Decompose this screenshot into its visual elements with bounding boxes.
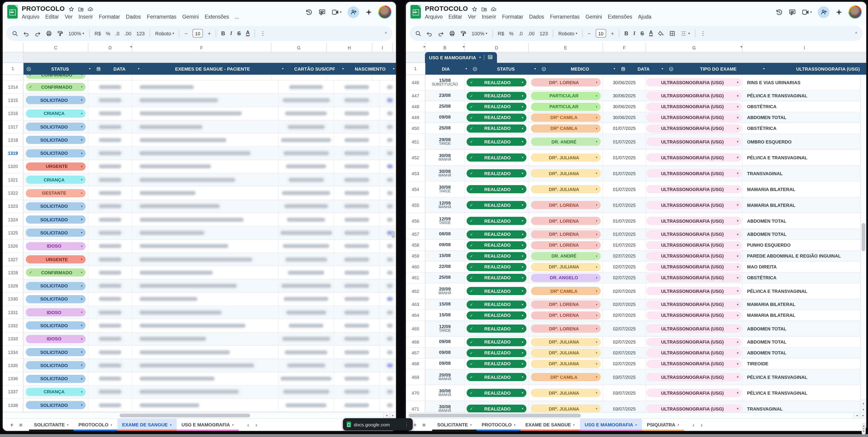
column-header-G[interactable]: G: [271, 43, 327, 52]
status-pill[interactable]: ✓REALIZADO▾: [467, 300, 526, 308]
table-row[interactable]: 1327⚠URGENTE▾: [3, 253, 396, 266]
nascimento-cell-blurred[interactable]: [334, 213, 380, 226]
status-cell[interactable]: ✓REALIZADO▾: [465, 213, 529, 229]
header-data[interactable]: DATA▾: [93, 63, 142, 75]
medico-pill[interactable]: DRª. JULIANA▾: [531, 154, 600, 162]
sheet-tab-usg[interactable]: USG E MAMOGRAFIA▾: [177, 419, 239, 431]
row-number[interactable]: 1316: [3, 107, 24, 120]
zoom-select[interactable]: 100% ▾: [472, 31, 487, 36]
row-number[interactable]: 454: [406, 181, 425, 197]
cartao-cell-blurred[interactable]: [279, 385, 334, 399]
status-cell[interactable]: SOLICITADO▾: [24, 279, 88, 292]
tipo-exame-pill[interactable]: ULTRASSONOGRAFIA (USG)▾: [647, 154, 742, 162]
table-row[interactable]: 1328✓CONFIRMADO▾: [3, 266, 396, 279]
dia-cell[interactable]: 29/08TARDE: [425, 134, 465, 149]
header-cartao[interactable]: CARTÃO SUS/CPF▾: [286, 63, 347, 75]
usg-cell[interactable]: MAO DIREITA: [743, 262, 866, 272]
tipo-cell[interactable]: ULTRASSONOGRAFIA (USG)▾: [646, 310, 743, 321]
sheet-tab-solicitante[interactable]: SOLICITANTE▾: [432, 419, 476, 431]
table-row[interactable]: 1337CRIANÇA▾: [3, 385, 396, 399]
row-number[interactable]: 1331: [3, 306, 24, 319]
tipo-cell[interactable]: ULTRASSONOGRAFIA (USG)▾: [646, 101, 743, 112]
usg-cell[interactable]: MAMARIA BILATERAL: [743, 197, 866, 213]
row-number[interactable]: 458: [406, 240, 425, 250]
dia-cell[interactable]: 25/08: [425, 101, 465, 112]
menu-ver[interactable]: Ver: [468, 14, 476, 20]
cartao-cell-blurred[interactable]: [279, 266, 334, 279]
row-number[interactable]: 1329: [3, 279, 24, 292]
cartao-cell-blurred[interactable]: [279, 200, 334, 213]
header-medico[interactable]: MEDICO▾: [539, 63, 618, 75]
table-row[interactable]: 45230/08MANHÃ✓REALIZADO▾DRª. JULIANA▾01/…: [406, 150, 866, 166]
column-header-H[interactable]: H: [327, 43, 372, 52]
dia-cell[interactable]: 30/08TARDE: [425, 181, 465, 197]
menu-inserir[interactable]: Inserir: [482, 14, 496, 20]
medico-pill[interactable]: PARTICULAR▾: [531, 92, 600, 100]
row-number[interactable]: 465: [406, 321, 425, 336]
tipo-exame-pill[interactable]: ULTRASSONOGRAFIA (USG)▾: [647, 241, 742, 249]
collapse-toolbar-icon[interactable]: ^: [855, 31, 857, 36]
tipo-cell[interactable]: ULTRASSONOGRAFIA (USG)▾: [646, 166, 743, 181]
medico-pill[interactable]: DRª. LORENA▾: [531, 78, 600, 87]
nascimento-cell-blurred[interactable]: [334, 266, 380, 279]
number-format-button[interactable]: 123: [136, 31, 145, 36]
avatar[interactable]: [848, 5, 862, 19]
dia-cell[interactable]: 09/08: [425, 112, 465, 123]
medico-cell[interactable]: DRª. JULIANA▾: [529, 359, 603, 369]
header-status[interactable]: STATUS▾: [470, 63, 539, 75]
nascimento-cell-blurred[interactable]: [334, 399, 380, 412]
data-cell[interactable]: 02/07/2025: [603, 310, 646, 321]
data-cell[interactable]: 01/07/2025: [603, 123, 646, 134]
tab-scroll-right-icon[interactable]: ›: [253, 422, 259, 428]
table-row[interactable]: 1332SOLICITADO▾: [3, 319, 396, 333]
cartao-cell-blurred[interactable]: [279, 279, 334, 292]
status-pill[interactable]: SOLICITADO▾: [26, 96, 86, 104]
data-cell[interactable]: 30/06/2025: [603, 101, 646, 112]
nascimento-cell-blurred[interactable]: [334, 385, 380, 399]
tipo-exame-pill[interactable]: ULTRASSONOGRAFIA (USG)▾: [647, 287, 742, 295]
table-row[interactable]: 47130/08MANHÃ✓REALIZADO▾DRª. JULIANA▾03/…: [406, 401, 866, 412]
menu-arquivo[interactable]: Arquivo: [22, 14, 39, 20]
nascimento-cell-blurred[interactable]: [334, 94, 380, 107]
data-cell[interactable]: 02/07/2025: [603, 272, 646, 283]
cartao-cell-blurred[interactable]: [279, 399, 334, 412]
paciente-cell-blurred[interactable]: [132, 134, 279, 146]
usg-cell[interactable]: TRANSVAGINAL: [743, 166, 866, 181]
text-color-button[interactable]: A: [246, 30, 250, 36]
status-cell[interactable]: ✓REALIZADO▾: [465, 123, 529, 134]
row-number[interactable]: 470: [406, 385, 425, 401]
status-cell[interactable]: ✓REALIZADO▾: [465, 321, 529, 336]
tipo-cell[interactable]: ULTRASSONOGRAFIA (USG)▾: [646, 197, 743, 213]
tipo-exame-pill[interactable]: ULTRASSONOGRAFIA (USG)▾: [647, 169, 742, 177]
tab-scroll-left-icon[interactable]: ‹: [690, 422, 697, 428]
row-number[interactable]: 1330: [3, 293, 24, 306]
table-row[interactable]: 46415/08✓REALIZADO▾DRª. LORENA▾02/07/202…: [406, 310, 866, 321]
medico-cell[interactable]: DRª. LORENA▾: [529, 240, 603, 250]
row-number[interactable]: 1315: [3, 94, 24, 107]
decrease-decimal-button[interactable]: .0: [519, 31, 523, 36]
status-pill[interactable]: SOLICITADO▾: [26, 215, 86, 224]
status-pill[interactable]: SOLICITADO▾: [26, 361, 86, 370]
usg-cell[interactable]: PUNHO ESQUERDO: [743, 240, 866, 250]
fill-color-icon[interactable]: [658, 30, 664, 36]
add-sheet-icon[interactable]: +: [7, 422, 16, 428]
medico-cell[interactable]: DRª. LORENA▾: [529, 213, 603, 229]
status-cell[interactable]: ✓REALIZADO▾: [465, 181, 529, 197]
status-cell[interactable]: IDOSO▾: [24, 306, 88, 319]
status-pill[interactable]: ✓REALIZADO▾: [467, 389, 526, 397]
row-number[interactable]: 1334: [3, 346, 24, 359]
merge-cells-icon[interactable]: ▾: [681, 30, 690, 36]
table-row[interactable]: 46920/09MANHÃ✓REALIZADO▾DRª CAMILA▾03/07…: [406, 369, 866, 385]
medico-pill[interactable]: PARTICULAR▾: [531, 103, 600, 111]
history-icon[interactable]: [776, 8, 783, 15]
status-pill[interactable]: ✓REALIZADO▾: [467, 311, 526, 319]
usg-cell[interactable]: PÉLVICA E TRANSVAGINAL: [743, 150, 866, 165]
data-cell[interactable]: 03/07/2025: [603, 369, 646, 385]
scroll-left-icon[interactable]: ◂: [383, 413, 390, 418]
data-cell[interactable]: 02/07/2025: [603, 299, 646, 310]
table-row[interactable]: 45430/08TARDE✓REALIZADO▾DRª. JULIANA▾01/…: [406, 181, 866, 197]
bold-button[interactable]: B: [221, 30, 225, 36]
strikethrough-button[interactable]: S: [237, 30, 241, 36]
data-cell-blurred[interactable]: [88, 346, 132, 359]
status-cell[interactable]: ✓REALIZADO▾: [465, 369, 529, 385]
